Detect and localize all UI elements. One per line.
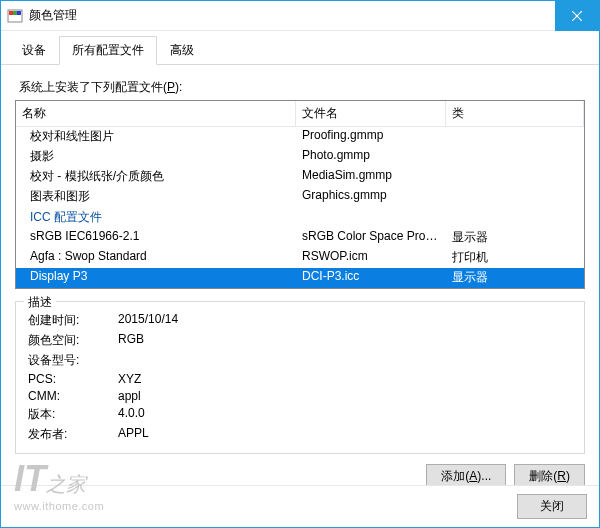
label-ver: 版本: — [28, 406, 118, 423]
cell-class — [446, 127, 584, 147]
cell-name: 摄影 — [16, 147, 296, 167]
description-title: 描述 — [24, 294, 56, 311]
action-buttons: 添加(A)... 删除(R) — [15, 454, 585, 485]
profiles-label-accel: P — [167, 80, 175, 94]
profiles-list[interactable]: 名称 文件名 类 校对和线性图片Proofing.gmmp摄影Photo.gmm… — [15, 100, 585, 289]
cell-file: Graphics.gmmp — [296, 187, 446, 207]
app-icon — [7, 8, 23, 24]
col-class[interactable]: 类 — [446, 101, 584, 126]
svg-rect-1 — [9, 11, 13, 15]
col-file[interactable]: 文件名 — [296, 101, 446, 126]
window-title: 颜色管理 — [29, 7, 555, 24]
label-cmm: CMM: — [28, 389, 118, 403]
value-publisher: APPL — [118, 426, 572, 443]
label-created: 创建时间: — [28, 312, 118, 329]
cell-class — [446, 187, 584, 207]
cell-file: RSWOP.icm — [296, 248, 446, 268]
value-cmm: appl — [118, 389, 572, 403]
label-publisher: 发布者: — [28, 426, 118, 443]
list-row[interactable]: sRGB IEC61966-2.1sRGB Color Space Profil… — [16, 228, 584, 248]
footer: 关闭 — [1, 485, 599, 527]
cell-class: 显示器 — [446, 228, 584, 248]
list-row[interactable]: 图表和图形Graphics.gmmp — [16, 187, 584, 207]
close-icon — [572, 11, 582, 21]
svg-rect-2 — [13, 11, 17, 15]
cell-name: sRGB IEC61966-2.1 — [16, 228, 296, 248]
tab-panel: 系统上安装了下列配置文件(P): 名称 文件名 类 校对和线性图片Proofin… — [1, 65, 599, 485]
cell-name: Display P3 — [16, 268, 296, 288]
cell-name: Agfa : Swop Standard — [16, 248, 296, 268]
profiles-label-post: ): — [175, 80, 182, 94]
add-button[interactable]: 添加(A)... — [426, 464, 506, 485]
list-row[interactable]: 摄影Photo.gmmp — [16, 147, 584, 167]
cell-file: sRGB Color Space Profil... — [296, 228, 446, 248]
tab-strip: 设备 所有配置文件 高级 — [1, 31, 599, 65]
titlebar: 颜色管理 — [1, 1, 599, 31]
list-row[interactable]: Display P3DCI-P3.icc显示器 — [16, 268, 584, 288]
cell-name: 校对和线性图片 — [16, 127, 296, 147]
profiles-label: 系统上安装了下列配置文件(P): — [19, 79, 585, 96]
cell-class: 显示器 — [446, 268, 584, 288]
cell-class — [446, 167, 584, 187]
cell-file: DCI-P3.icc — [296, 268, 446, 288]
tab-all-profiles[interactable]: 所有配置文件 — [59, 36, 157, 65]
cell-class: 打印机 — [446, 248, 584, 268]
description-box: 描述 创建时间:2015/10/14 颜色空间:RGB 设备型号: PCS:XY… — [15, 301, 585, 454]
list-row[interactable]: Agfa : Swop StandardRSWOP.icm打印机 — [16, 248, 584, 268]
value-pcs: XYZ — [118, 372, 572, 386]
close-button[interactable] — [555, 1, 599, 31]
value-created: 2015/10/14 — [118, 312, 572, 329]
label-space: 颜色空间: — [28, 332, 118, 349]
value-space: RGB — [118, 332, 572, 349]
cell-file: MediaSim.gmmp — [296, 167, 446, 187]
list-group-icc: ICC 配置文件 — [16, 207, 584, 228]
description-grid: 创建时间:2015/10/14 颜色空间:RGB 设备型号: PCS:XYZ C… — [28, 312, 572, 443]
list-row[interactable]: 校对 - 模拟纸张/介质颜色MediaSim.gmmp — [16, 167, 584, 187]
value-ver: 4.0.0 — [118, 406, 572, 423]
remove-button[interactable]: 删除(R) — [514, 464, 585, 485]
cell-name: 校对 - 模拟纸张/介质颜色 — [16, 167, 296, 187]
label-model: 设备型号: — [28, 352, 118, 369]
profiles-label-pre: 系统上安装了下列配置文件( — [19, 80, 167, 94]
cell-name: 图表和图形 — [16, 187, 296, 207]
window: 颜色管理 设备 所有配置文件 高级 系统上安装了下列配置文件(P): 名称 文件… — [0, 0, 600, 528]
cell-file: Proofing.gmmp — [296, 127, 446, 147]
tab-advanced[interactable]: 高级 — [157, 36, 207, 65]
list-row[interactable]: 校对和线性图片Proofing.gmmp — [16, 127, 584, 147]
col-name[interactable]: 名称 — [16, 101, 296, 126]
list-body: 校对和线性图片Proofing.gmmp摄影Photo.gmmp校对 - 模拟纸… — [16, 127, 584, 288]
close-dialog-button[interactable]: 关闭 — [517, 494, 587, 519]
value-model — [118, 352, 572, 369]
label-pcs: PCS: — [28, 372, 118, 386]
list-header: 名称 文件名 类 — [16, 101, 584, 127]
cell-class — [446, 147, 584, 167]
svg-rect-3 — [17, 11, 21, 15]
tab-devices[interactable]: 设备 — [9, 36, 59, 65]
cell-file: Photo.gmmp — [296, 147, 446, 167]
